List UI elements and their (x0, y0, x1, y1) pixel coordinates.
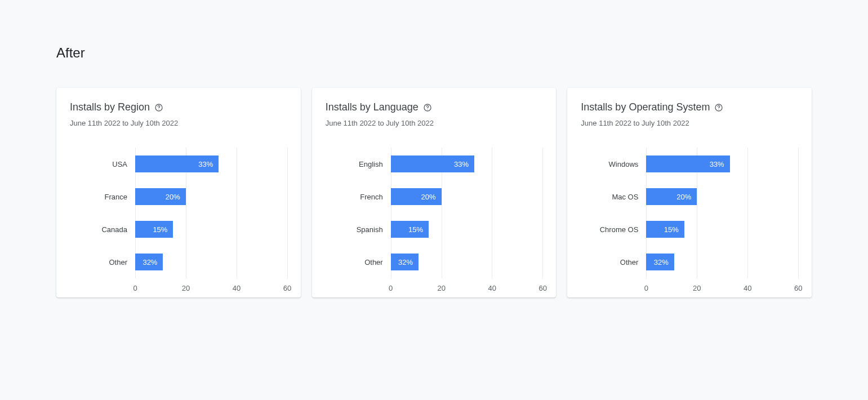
bars-container: USA 33% France 20% Canada 15% (70, 148, 287, 278)
bar-fill: 32% (391, 254, 419, 270)
bar-value: 20% (166, 193, 180, 201)
bar-label: Chrome OS (581, 225, 646, 234)
bar-fill: 33% (135, 155, 219, 172)
card-title: Installs by Language (326, 101, 419, 113)
help-icon[interactable] (154, 103, 163, 112)
bar-fill: 32% (135, 254, 163, 270)
bar-label: Other (70, 258, 135, 266)
card-title-row: Installs by Region (70, 101, 287, 113)
bar-label: Windows (581, 160, 646, 168)
bar-fill: 33% (391, 155, 474, 172)
bar-label: English (326, 160, 391, 168)
bar-row: France 20% (70, 180, 287, 213)
card-header: Installs by Language June 11th 2022 to J… (326, 101, 543, 127)
bar-value: 15% (408, 225, 423, 234)
bar-value: 32% (398, 258, 413, 266)
x-tick: 0 (389, 284, 393, 292)
x-tick: 40 (744, 284, 751, 292)
chart-area: Windows 33% Mac OS 20% Chrome OS 15% (581, 148, 798, 284)
bar-row: French 20% (326, 180, 543, 213)
bar-label: USA (70, 160, 135, 168)
bar-value: 15% (153, 225, 167, 234)
bars-container: Windows 33% Mac OS 20% Chrome OS 15% (581, 148, 798, 278)
bar-label: Mac OS (581, 193, 646, 201)
bar-fill: 32% (646, 254, 674, 270)
bar-fill: 20% (646, 188, 697, 205)
card-title: Installs by Region (70, 101, 150, 113)
bar-row: Chrome OS 15% (581, 213, 798, 246)
bar-value: 20% (676, 193, 691, 201)
bar-track: 32% (646, 254, 798, 270)
bar-row: Other 32% (326, 246, 543, 278)
bar-row: USA 33% (70, 148, 287, 180)
bar-row: Windows 33% (581, 148, 798, 180)
page-title: After (56, 45, 812, 61)
bar-row: Spanish 15% (326, 213, 543, 246)
x-tick: 0 (133, 284, 137, 292)
card-language: Installs by Language June 11th 2022 to J… (312, 88, 557, 297)
gridline (542, 148, 543, 278)
bar-row: Mac OS 20% (581, 180, 798, 213)
bar-track: 33% (391, 155, 543, 172)
x-tick: 60 (283, 284, 291, 292)
bar-value: 33% (710, 160, 724, 168)
x-tick: 40 (233, 284, 241, 292)
x-tick: 0 (644, 284, 648, 292)
card-os: Installs by Operating System June 11th 2… (567, 88, 812, 297)
card-title-row: Installs by Operating System (581, 101, 798, 113)
svg-point-3 (427, 109, 428, 109)
bar-fill: 15% (646, 221, 684, 238)
bar-track: 20% (135, 188, 287, 205)
bar-value: 15% (664, 225, 679, 234)
bar-label: Other (581, 258, 646, 266)
bar-track: 20% (646, 188, 798, 205)
help-icon[interactable] (423, 103, 432, 112)
bar-value: 32% (654, 258, 669, 266)
bar-value: 33% (198, 160, 213, 168)
bar-value: 20% (421, 193, 436, 201)
bar-row: Other 32% (581, 246, 798, 278)
card-subtitle: June 11th 2022 to July 10th 2022 (326, 119, 543, 127)
bar-label: Other (326, 258, 391, 266)
card-header: Installs by Operating System June 11th 2… (581, 101, 798, 127)
card-title: Installs by Operating System (581, 101, 710, 113)
bar-track: 33% (646, 155, 798, 172)
bar-track: 15% (135, 221, 287, 238)
bar-row: English 33% (326, 148, 543, 180)
gridline (798, 148, 799, 278)
bar-track: 15% (646, 221, 798, 238)
chart-area: English 33% French 20% Spanish 15% (326, 148, 543, 284)
bar-track: 20% (391, 188, 543, 205)
x-tick: 60 (538, 284, 546, 292)
x-tick: 20 (437, 284, 445, 292)
bar-track: 32% (135, 254, 287, 270)
svg-point-1 (159, 109, 159, 109)
svg-point-5 (719, 109, 719, 109)
bar-row: Other 32% (70, 246, 287, 278)
bar-value: 33% (454, 160, 469, 168)
bar-label: Spanish (326, 225, 391, 234)
bars-container: English 33% French 20% Spanish 15% (326, 148, 543, 278)
bar-fill: 15% (391, 221, 429, 238)
help-icon[interactable] (714, 103, 723, 112)
card-header: Installs by Region June 11th 2022 to Jul… (70, 101, 287, 127)
bar-value: 32% (143, 258, 157, 266)
bar-row: Canada 15% (70, 213, 287, 246)
card-subtitle: June 11th 2022 to July 10th 2022 (70, 119, 287, 127)
bar-label: French (326, 193, 391, 201)
chart-area: USA 33% France 20% Canada 15% (70, 148, 287, 284)
card-subtitle: June 11th 2022 to July 10th 2022 (581, 119, 798, 127)
x-tick: 20 (693, 284, 701, 292)
bar-track: 33% (135, 155, 287, 172)
bar-fill: 20% (391, 188, 442, 205)
bar-track: 32% (391, 254, 543, 270)
x-tick: 20 (182, 284, 190, 292)
card-title-row: Installs by Language (326, 101, 543, 113)
x-tick: 60 (794, 284, 802, 292)
bar-label: Canada (70, 225, 135, 234)
bar-track: 15% (391, 221, 543, 238)
card-region: Installs by Region June 11th 2022 to Jul… (56, 88, 301, 297)
bar-fill: 20% (135, 188, 186, 205)
gridline (287, 148, 288, 278)
bar-fill: 33% (646, 155, 729, 172)
